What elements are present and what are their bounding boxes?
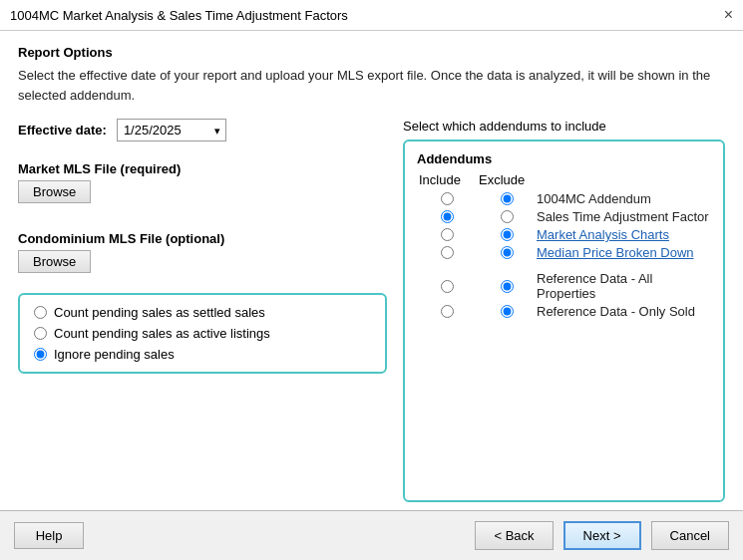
addendum-row-4: Reference Data - All Properties — [417, 271, 711, 301]
main-content: Effective date: 1/25/2025 Market MLS Fil… — [18, 119, 725, 502]
market-mls-section: Market MLS File (required) Browse — [18, 153, 387, 203]
addendum-2-include-radio[interactable] — [441, 228, 454, 241]
addendum-4-exclude-radio[interactable] — [501, 280, 514, 293]
effective-date-label: Effective date: — [18, 123, 107, 138]
pending-settled-row: Count pending sales as settled sales — [34, 305, 371, 320]
addendums-section-label: Select which addendums to include — [403, 119, 725, 134]
include-header: Include — [419, 172, 479, 187]
addendum-1-name: Sales Time Adjustment Factor — [537, 209, 711, 224]
addendum-5-exclude-radio[interactable] — [501, 305, 514, 318]
addendum-0-exclude-radio[interactable] — [501, 192, 514, 205]
effective-date-select[interactable]: 1/25/2025 — [117, 119, 226, 141]
addendum-1-exclude-radio[interactable] — [501, 210, 514, 223]
pending-settled-radio[interactable] — [34, 306, 47, 319]
addendum-0-name: 1004MC Addendum — [537, 191, 711, 206]
cancel-button[interactable]: Cancel — [651, 521, 729, 550]
pending-active-label: Count pending sales as active listings — [54, 326, 270, 341]
addendums-box: Addendums Include Exclude 1004MC Addendu… — [403, 140, 725, 502]
addendum-5-include-radio[interactable] — [441, 305, 454, 318]
addendums-title: Addendums — [417, 151, 711, 166]
section-heading: Report Options — [18, 45, 725, 60]
addendum-row-0: 1004MC Addendum — [417, 191, 711, 206]
addendum-4-include-radio[interactable] — [441, 280, 454, 293]
addendum-row-1: Sales Time Adjustment Factor — [417, 209, 711, 224]
addendum-1-include-radio[interactable] — [441, 210, 454, 223]
pending-active-radio[interactable] — [34, 327, 47, 340]
left-panel: Effective date: 1/25/2025 Market MLS Fil… — [18, 119, 387, 502]
addendum-3-include-radio[interactable] — [441, 246, 454, 259]
addendum-row-2: Market Analysis Charts — [417, 227, 711, 242]
pending-ignore-label: Ignore pending sales — [54, 347, 175, 362]
close-icon[interactable]: × — [724, 6, 733, 24]
addendum-0-include-radio[interactable] — [441, 192, 454, 205]
dialog-body: Report Options Select the effective date… — [0, 31, 743, 510]
market-mls-label: Market MLS File (required) — [18, 161, 387, 176]
addendums-header: Include Exclude — [417, 172, 711, 187]
description-text: Select the effective date of your report… — [18, 66, 725, 105]
dialog-title: 1004MC Market Analysis & Sales Time Adju… — [10, 8, 348, 23]
addendum-2-name: Market Analysis Charts — [537, 227, 711, 242]
condo-mls-section: Condominium MLS File (optional) Browse — [18, 223, 387, 273]
condo-mls-label: Condominium MLS File (optional) — [18, 231, 387, 246]
pending-ignore-row: Ignore pending sales — [34, 347, 371, 362]
pending-ignore-radio[interactable] — [34, 348, 47, 361]
addendum-row-3: Median Price Broken Down — [417, 245, 711, 260]
footer-bar: Help < Back Next > Cancel — [0, 510, 743, 560]
exclude-header: Exclude — [479, 172, 539, 187]
pending-sales-box: Count pending sales as settled sales Cou… — [18, 293, 387, 374]
effective-date-row: Effective date: 1/25/2025 — [18, 119, 387, 141]
back-button[interactable]: < Back — [475, 521, 553, 550]
addendum-3-exclude-radio[interactable] — [501, 246, 514, 259]
name-header — [539, 172, 711, 187]
title-bar: 1004MC Market Analysis & Sales Time Adju… — [0, 0, 743, 31]
help-button[interactable]: Help — [14, 522, 84, 549]
pending-active-row: Count pending sales as active listings — [34, 326, 371, 341]
pending-settled-label: Count pending sales as settled sales — [54, 305, 265, 320]
addendum-4-name: Reference Data - All Properties — [537, 271, 711, 301]
market-mls-browse-button[interactable]: Browse — [18, 180, 91, 203]
footer-right-buttons: < Back Next > Cancel — [475, 521, 729, 550]
right-panel: Select which addendums to include Addend… — [403, 119, 725, 502]
effective-date-select-wrapper[interactable]: 1/25/2025 — [117, 119, 226, 141]
addendum-2-exclude-radio[interactable] — [501, 228, 514, 241]
condo-mls-browse-button[interactable]: Browse — [18, 250, 91, 273]
addendum-3-name: Median Price Broken Down — [537, 245, 711, 260]
next-button[interactable]: Next > — [563, 521, 641, 550]
addendum-row-5: Reference Data - Only Sold — [417, 304, 711, 319]
addendum-5-name: Reference Data - Only Sold — [537, 304, 711, 319]
